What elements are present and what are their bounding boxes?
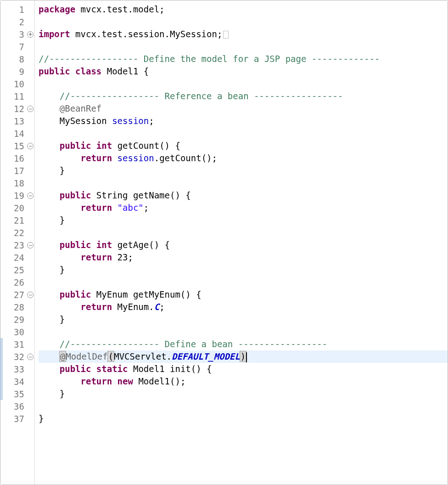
code-line[interactable]: @ModelDef(MVCServlet.DEFAULT_MODEL) [39, 350, 448, 363]
gutter: 1237891011121314151617181920212223242526… [0, 0, 35, 485]
code-line[interactable]: } [39, 313, 448, 326]
change-marker [0, 350, 3, 363]
gutter-line: 28 [0, 301, 34, 313]
code-line[interactable]: public static Model1 init() { [39, 363, 448, 375]
code-line[interactable]: return 23; [39, 251, 448, 264]
gutter-line: 2 [0, 16, 34, 28]
code-line[interactable]: public int getAge() { [39, 239, 448, 251]
folded-imports-indicator[interactable] [223, 31, 229, 39]
code-token: ModelDef [66, 351, 108, 361]
code-token: static [96, 364, 128, 374]
line-number: 36 [6, 401, 33, 412]
line-number: 2 [6, 17, 33, 27]
line-number: 24 [6, 253, 33, 263]
code-line[interactable]: } [39, 214, 448, 226]
expand-icon[interactable] [27, 31, 34, 38]
line-number: 8 [6, 54, 33, 64]
gutter-line: 15 [0, 140, 34, 152]
code-line[interactable] [39, 40, 448, 53]
collapse-icon[interactable] [27, 106, 34, 112]
code-line[interactable]: } [39, 412, 448, 425]
collapse-icon[interactable] [27, 354, 34, 360]
gutter-line: 22 [0, 226, 34, 239]
code-token: MVCServlet. [114, 351, 172, 361]
code-token: //----------------- Define the model for… [39, 54, 380, 64]
line-number: 35 [6, 389, 33, 399]
code-line[interactable]: return new Model1(); [39, 375, 448, 388]
code-token [112, 203, 117, 213]
code-token: public [39, 66, 70, 76]
code-line[interactable]: //----------------- Define a bean ------… [39, 338, 448, 350]
code-token [91, 364, 96, 374]
code-token: DEFAULT_MODEL [172, 351, 240, 361]
code-line[interactable]: public int getCount() { [39, 140, 448, 152]
gutter-line: 17 [0, 164, 34, 177]
code-token: import [39, 29, 70, 39]
code-line[interactable]: //----------------- Reference a bean ---… [39, 90, 448, 102]
code-token: } [39, 215, 65, 225]
gutter-line: 18 [0, 177, 34, 189]
code-line[interactable]: package mvcx.test.model; [39, 3, 448, 16]
code-token: 23; [112, 252, 133, 262]
code-line[interactable]: public class Model1 { [39, 65, 448, 78]
line-number: 33 [6, 364, 33, 374]
line-number: 16 [6, 153, 33, 164]
code-line[interactable] [39, 400, 448, 412]
code-token: ; [149, 116, 154, 126]
gutter-line: 37 [0, 412, 34, 425]
text-cursor [246, 352, 247, 362]
code-line[interactable]: } [39, 164, 448, 177]
line-number: 21 [6, 215, 33, 226]
gutter-line: 12 [0, 102, 34, 115]
code-line[interactable]: //----------------- Define the model for… [39, 53, 448, 65]
code-line[interactable] [39, 326, 448, 338]
code-token: mvcx.test.session.MySession; [70, 29, 223, 39]
line-number: 13 [6, 116, 33, 126]
collapse-icon[interactable] [27, 192, 34, 199]
code-token: package [39, 4, 75, 14]
code-line[interactable]: } [39, 388, 448, 400]
line-number: 28 [6, 302, 33, 312]
collapse-icon[interactable] [27, 242, 34, 248]
code-line[interactable]: MySession session; [39, 115, 448, 127]
gutter-line: 13 [0, 115, 34, 127]
code-line[interactable]: return MyEnum.C; [39, 301, 448, 313]
gutter-line: 26 [0, 276, 34, 288]
code-line[interactable]: @BeanRef [39, 102, 448, 115]
code-token [39, 289, 60, 299]
line-number: 1 [6, 5, 33, 15]
gutter-line: 9 [0, 65, 34, 78]
code-token: @ [59, 351, 66, 362]
line-number: 37 [6, 414, 33, 424]
change-marker [0, 338, 3, 350]
line-number: 25 [6, 265, 33, 275]
code-line[interactable] [39, 78, 448, 90]
code-line[interactable]: return session.getCount(); [39, 152, 448, 164]
code-token [39, 351, 60, 361]
code-line[interactable]: return "abc"; [39, 202, 448, 214]
code-token [39, 141, 60, 151]
change-marker [0, 375, 3, 388]
code-token: } [39, 413, 44, 423]
code-token: } [39, 165, 65, 175]
code-token: ; [159, 302, 164, 312]
code-line[interactable] [39, 177, 448, 189]
code-editor[interactable]: 1237891011121314151617181920212223242526… [0, 0, 448, 485]
collapse-icon[interactable] [27, 292, 34, 298]
code-line[interactable]: import mvcx.test.session.MySession; [39, 28, 448, 40]
code-line[interactable] [39, 226, 448, 239]
code-line[interactable] [39, 276, 448, 288]
code-token [70, 66, 75, 76]
line-number: 9 [6, 67, 33, 77]
code-line[interactable]: public String getName() { [39, 189, 448, 202]
line-number: 14 [6, 129, 33, 139]
code-line[interactable]: public MyEnum getMyEnum() { [39, 288, 448, 301]
code-token: //----------------- Define a bean ------… [60, 339, 327, 349]
code-line[interactable] [39, 127, 448, 140]
code-token: return [81, 153, 112, 163]
code-token: return [81, 302, 112, 312]
collapse-icon[interactable] [27, 143, 34, 149]
code-line[interactable] [39, 16, 448, 28]
code-line[interactable]: } [39, 264, 448, 276]
code-area[interactable]: package mvcx.test.model;import mvcx.test… [35, 0, 448, 485]
